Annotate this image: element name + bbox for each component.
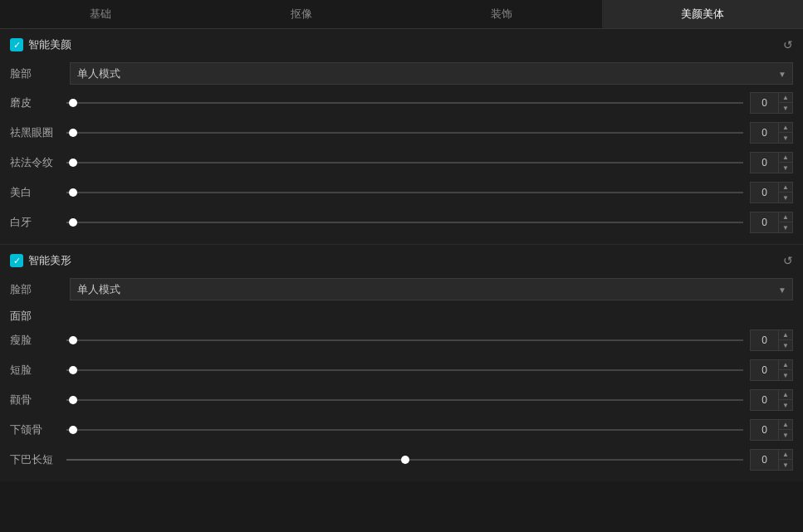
section1-reset-icon[interactable]: ↺ (783, 38, 793, 51)
slider-track-qg[interactable] (66, 392, 743, 408)
slider-row-xhg: 下颌骨 0 ▲ ▼ (0, 415, 803, 445)
spinner-value-by: 0 (751, 217, 778, 228)
spinner-mb: 0 ▲ ▼ (750, 182, 793, 203)
spinner-btns-xhg: ▲ ▼ (778, 420, 792, 440)
spinner-value-mb: 0 (751, 187, 778, 198)
slider-thumb-qg[interactable] (69, 396, 77, 404)
slider-track-mopu[interactable] (66, 95, 743, 111)
slider-track-sl[interactable] (66, 332, 743, 349)
spinner-down-by[interactable]: ▼ (779, 222, 792, 232)
beauty-body-section: 智能美形 ↺ 脸部 单人模式 多人模式 面部 瘦脸 0 ▲ ▼ (0, 244, 803, 481)
spinner-value-xhg: 0 (751, 424, 778, 436)
spinner-up-xhg[interactable]: ▲ (779, 420, 792, 430)
slider-track-by[interactable] (66, 214, 743, 231)
slider-track-qhyq[interactable] (66, 124, 743, 141)
spinner-down-xhg[interactable]: ▼ (779, 430, 792, 440)
spinner-by: 0 ▲ ▼ (750, 212, 793, 233)
slider-track-xhg[interactable] (66, 422, 743, 438)
slider-row-flnw: 祛法令纹 0 ▲ ▼ (0, 148, 803, 178)
spinner-btns-sl: ▲ ▼ (778, 330, 792, 350)
slider-label-qg: 颧骨 (10, 393, 60, 408)
slider-thumb-xbcc[interactable] (401, 456, 409, 464)
tab-beauty[interactable]: 美颜美体 (602, 0, 803, 28)
spinner-down-sl[interactable]: ▼ (779, 340, 792, 350)
slider-label-xbcc: 下巴长短 (10, 452, 60, 467)
section2-title: 智能美形 (28, 253, 71, 268)
slider-track-xbcc[interactable] (66, 451, 743, 468)
slider-label-mb: 美白 (10, 185, 60, 200)
slider-label-dl: 短脸 (10, 363, 60, 378)
slider-track-flnw[interactable] (66, 154, 743, 171)
slider-row-dl: 短脸 0 ▲ ▼ (0, 355, 803, 385)
slider-thumb-sl[interactable] (69, 336, 77, 344)
section1-checkbox[interactable] (10, 38, 23, 51)
section1-face-label: 脸部 (10, 66, 60, 81)
slider-label-mopu: 磨皮 (10, 95, 60, 110)
spinner-value-sl: 0 (751, 334, 778, 346)
tab-bar: 基础 抠像 装饰 美颜美体 (0, 0, 803, 29)
section1-face-mode-row: 脸部 单人模式 多人模式 (0, 59, 803, 88)
spinner-down-qhyq[interactable]: ▼ (779, 133, 792, 143)
spinner-btns-mopu: ▲ ▼ (778, 93, 792, 113)
spinner-up-qg[interactable]: ▲ (779, 390, 792, 400)
section1-face-select-wrapper: 单人模式 多人模式 (70, 62, 793, 85)
spinner-btns-qhyq: ▲ ▼ (778, 123, 792, 143)
section2-face-mode-row: 脸部 单人模式 多人模式 (0, 275, 803, 304)
slider-row-xbcc: 下巴长短 0 ▲ ▼ (0, 445, 803, 475)
spinner-down-flnw[interactable]: ▼ (779, 163, 792, 173)
slider-track-mb[interactable] (66, 184, 743, 201)
beauty-face-section: 智能美颜 ↺ 脸部 单人模式 多人模式 磨皮 0 ▲ ▼ (0, 29, 803, 244)
slider-track-dl[interactable] (66, 362, 743, 378)
spinner-up-dl[interactable]: ▲ (779, 360, 792, 370)
section2-face-select-wrapper: 单人模式 多人模式 (70, 278, 793, 300)
spinner-down-mb[interactable]: ▼ (779, 193, 792, 203)
section2-header: 智能美形 ↺ (0, 245, 803, 275)
slider-row-by: 白牙 0 ▲ ▼ (0, 207, 803, 237)
slider-row-sl: 瘦脸 0 ▲ ▼ (0, 325, 803, 355)
slider-label-qhyq: 祛黑眼圈 (10, 125, 60, 140)
tab-decoration[interactable]: 装饰 (402, 0, 603, 28)
slider-thumb-mopu[interactable] (69, 99, 77, 107)
slider-row-qg: 颧骨 0 ▲ ▼ (0, 385, 803, 415)
slider-row-qhyq: 祛黑眼圈 0 ▲ ▼ (0, 118, 803, 148)
section2-reset-icon[interactable]: ↺ (783, 254, 793, 267)
spinner-up-xbcc[interactable]: ▲ (779, 450, 792, 460)
spinner-up-qhyq[interactable]: ▲ (779, 123, 792, 133)
tab-chroma[interactable]: 抠像 (201, 0, 402, 28)
spinner-up-by[interactable]: ▲ (779, 212, 792, 222)
slider-label-flnw: 祛法令纹 (10, 155, 60, 170)
spinner-value-qg: 0 (751, 394, 778, 406)
section1-title-group: 智能美颜 (10, 37, 71, 52)
slider-thumb-xhg[interactable] (69, 426, 77, 434)
tab-basic[interactable]: 基础 (0, 0, 201, 28)
spinner-xhg: 0 ▲ ▼ (750, 419, 793, 441)
spinner-up-mb[interactable]: ▲ (779, 183, 792, 193)
section2-title-group: 智能美形 (10, 253, 71, 268)
spinner-mopu: 0 ▲ ▼ (750, 92, 793, 114)
section1-header: 智能美颜 ↺ (0, 29, 803, 59)
slider-thumb-qhyq[interactable] (69, 129, 77, 137)
spinner-down-xbcc[interactable]: ▼ (779, 460, 792, 470)
spinner-down-mopu[interactable]: ▼ (779, 103, 792, 113)
spinner-value-xbcc: 0 (751, 454, 778, 466)
section1-face-select[interactable]: 单人模式 多人模式 (70, 62, 793, 85)
spinner-up-mopu[interactable]: ▲ (779, 93, 792, 103)
spinner-down-dl[interactable]: ▼ (779, 370, 792, 380)
slider-thumb-flnw[interactable] (69, 159, 77, 167)
spinner-btns-mb: ▲ ▼ (778, 183, 792, 203)
section2-checkbox[interactable] (10, 254, 23, 267)
section2-face-select[interactable]: 单人模式 多人模式 (70, 278, 793, 300)
spinner-down-qg[interactable]: ▼ (779, 400, 792, 410)
spinner-up-flnw[interactable]: ▲ (779, 153, 792, 163)
slider-thumb-mb[interactable] (69, 188, 77, 197)
slider-label-by: 白牙 (10, 215, 60, 230)
subsection-face-label: 面部 (0, 304, 803, 325)
slider-row-mopu: 磨皮 0 ▲ ▼ (0, 88, 803, 118)
spinner-qhyq: 0 ▲ ▼ (750, 122, 793, 144)
spinner-qg: 0 ▲ ▼ (750, 389, 793, 411)
spinner-up-sl[interactable]: ▲ (779, 330, 792, 340)
spinner-flnw: 0 ▲ ▼ (750, 152, 793, 173)
slider-thumb-dl[interactable] (69, 366, 77, 374)
spinner-btns-by: ▲ ▼ (778, 212, 792, 232)
slider-thumb-by[interactable] (69, 218, 77, 227)
